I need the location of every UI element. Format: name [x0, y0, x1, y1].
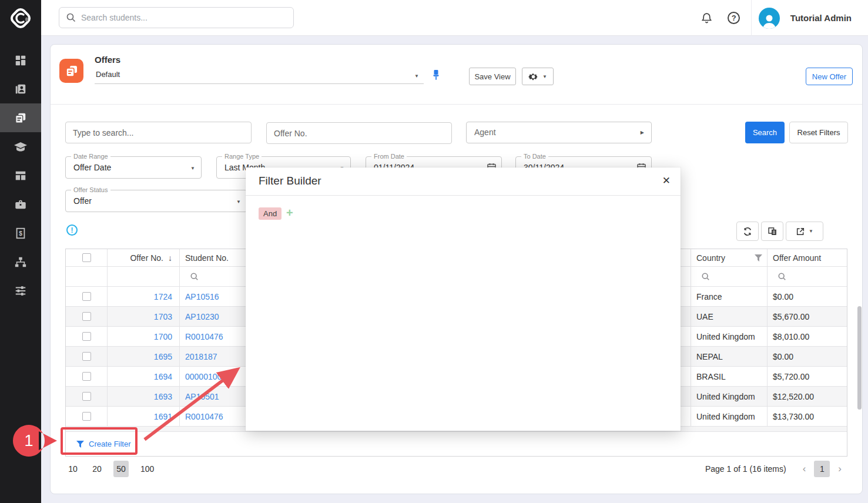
- select-all-checkbox[interactable]: [82, 253, 91, 262]
- column-header-offer-no[interactable]: Offer No. ↓: [108, 249, 180, 267]
- export-button[interactable]: ▼: [786, 222, 823, 241]
- column-header-student-no[interactable]: Student No.: [180, 249, 246, 267]
- view-select-value: Default: [96, 70, 120, 79]
- prev-page-button[interactable]: ‹: [797, 463, 812, 475]
- student-no-link[interactable]: R0010476: [185, 412, 223, 421]
- refresh-button[interactable]: [736, 222, 759, 241]
- country-cell: United Kingdom: [691, 387, 768, 407]
- filter-cell-offer-no[interactable]: [108, 267, 180, 287]
- vertical-scrollbar[interactable]: [857, 306, 862, 410]
- page-size-option-100[interactable]: 100: [138, 461, 157, 477]
- field-label: Range Type: [222, 153, 262, 160]
- svg-text:$: $: [19, 230, 22, 236]
- filter-cell-student-no[interactable]: [180, 267, 246, 287]
- student-no-link[interactable]: 0000010016: [185, 372, 231, 381]
- save-view-button[interactable]: Save View: [469, 68, 516, 85]
- field-label: From Date: [371, 153, 407, 160]
- add-condition-icon[interactable]: +: [286, 206, 293, 220]
- close-icon[interactable]: ✕: [662, 175, 671, 187]
- offer-no-link[interactable]: 1724: [154, 292, 172, 301]
- invoice-icon: $: [14, 227, 27, 240]
- help-icon: ?: [728, 12, 740, 24]
- row-checkbox[interactable]: [82, 312, 91, 321]
- reset-filters-button[interactable]: Reset Filters: [789, 122, 848, 143]
- row-checkbox[interactable]: [82, 332, 91, 341]
- global-search[interactable]: [59, 7, 294, 28]
- sidebar-item-courses[interactable]: [0, 132, 41, 161]
- page-size-selector: 102050100: [65, 461, 166, 477]
- sidebar-item-agents[interactable]: [0, 190, 41, 219]
- chevron-down-icon: ▼: [542, 74, 547, 79]
- user-name[interactable]: Tutorial Admin: [790, 13, 852, 23]
- field-label: Offer Status: [71, 186, 110, 193]
- page-info: Page 1 of 1 (16 items): [705, 464, 786, 474]
- row-checkbox[interactable]: [82, 392, 91, 401]
- student-no-link[interactable]: AP10230: [185, 312, 219, 321]
- offer-no-link[interactable]: 1691: [154, 412, 172, 421]
- date-range-select[interactable]: Date Range Offer Date ▼: [65, 156, 202, 179]
- column-header-country[interactable]: Country: [691, 249, 768, 267]
- app-logo[interactable]: [0, 0, 41, 36]
- briefcase-icon: [14, 198, 27, 211]
- field-label: To Date: [521, 153, 548, 160]
- student-no-link[interactable]: R0010476: [185, 332, 223, 341]
- sidebar-item-dashboard[interactable]: [0, 46, 41, 75]
- student-no-cell: AP10501: [180, 387, 246, 407]
- student-no-link[interactable]: 2018187: [185, 352, 217, 361]
- group-operator-chip[interactable]: And: [259, 207, 281, 220]
- row-select-cell: [66, 347, 108, 367]
- create-filter-button[interactable]: Create Filter: [76, 440, 131, 448]
- person-icon: [760, 12, 778, 29]
- info-icon[interactable]: !: [66, 224, 78, 236]
- grid-search-input[interactable]: [65, 122, 252, 143]
- sidebar-item-applications[interactable]: [0, 161, 41, 190]
- column-chooser-button[interactable]: [761, 222, 783, 241]
- sidebar-item-workflow[interactable]: [0, 247, 41, 276]
- page-size-option-20[interactable]: 20: [89, 461, 105, 477]
- row-select-cell: [66, 407, 108, 427]
- row-checkbox[interactable]: [82, 292, 91, 301]
- offer-no-link[interactable]: 1693: [154, 392, 172, 401]
- sidebar-item-students[interactable]: [0, 75, 41, 103]
- page-size-option-50[interactable]: 50: [113, 461, 129, 477]
- filter-cell: [66, 267, 108, 287]
- next-page-button[interactable]: ›: [832, 463, 847, 475]
- agent-select[interactable]: Agent ▶: [466, 122, 652, 143]
- topbar-divider: [751, 0, 752, 36]
- page-size-option-10[interactable]: 10: [65, 461, 81, 477]
- view-settings-button[interactable]: ▼: [522, 68, 554, 85]
- help-button[interactable]: ?: [720, 6, 748, 30]
- view-select[interactable]: Default ▼: [95, 68, 424, 84]
- chevron-down-icon: ▼: [809, 229, 813, 234]
- student-no-cell: 2018187: [180, 347, 246, 367]
- offer-no-input[interactable]: [266, 122, 452, 144]
- row-checkbox[interactable]: [82, 352, 91, 361]
- sidebar-item-settings[interactable]: [0, 276, 41, 305]
- offer-no-link[interactable]: 1695: [154, 352, 172, 361]
- column-label: Country: [696, 253, 725, 263]
- search-button[interactable]: Search: [745, 122, 785, 143]
- offer-status-select[interactable]: Offer Status Offer ▼: [65, 190, 247, 212]
- app-window: $: [0, 0, 868, 503]
- new-offer-button[interactable]: New Offer: [806, 68, 853, 85]
- filter-cell-country[interactable]: [691, 267, 768, 287]
- offer-no-link[interactable]: 1700: [154, 332, 172, 341]
- offer-no-link[interactable]: 1694: [154, 372, 172, 381]
- user-avatar[interactable]: [759, 8, 780, 29]
- global-search-input[interactable]: [81, 13, 293, 22]
- row-checkbox[interactable]: [82, 412, 91, 421]
- student-no-link[interactable]: AP10501: [185, 392, 219, 401]
- filter-cell-offer-amount[interactable]: [768, 267, 847, 287]
- sidebar-item-offers[interactable]: [0, 103, 41, 132]
- row-select-cell: [66, 287, 108, 307]
- pin-view-button[interactable]: [431, 69, 441, 83]
- row-checkbox[interactable]: [82, 372, 91, 381]
- offer-no-link[interactable]: 1703: [154, 312, 172, 321]
- filter-funnel-icon[interactable]: [755, 254, 762, 261]
- export-icon: [796, 227, 805, 236]
- page-number-button[interactable]: 1: [814, 461, 830, 477]
- notifications-button[interactable]: [693, 6, 720, 30]
- column-header-offer-amount[interactable]: Offer Amount: [768, 249, 847, 267]
- sidebar-item-invoices[interactable]: $: [0, 219, 41, 247]
- student-no-link[interactable]: AP10516: [185, 292, 219, 301]
